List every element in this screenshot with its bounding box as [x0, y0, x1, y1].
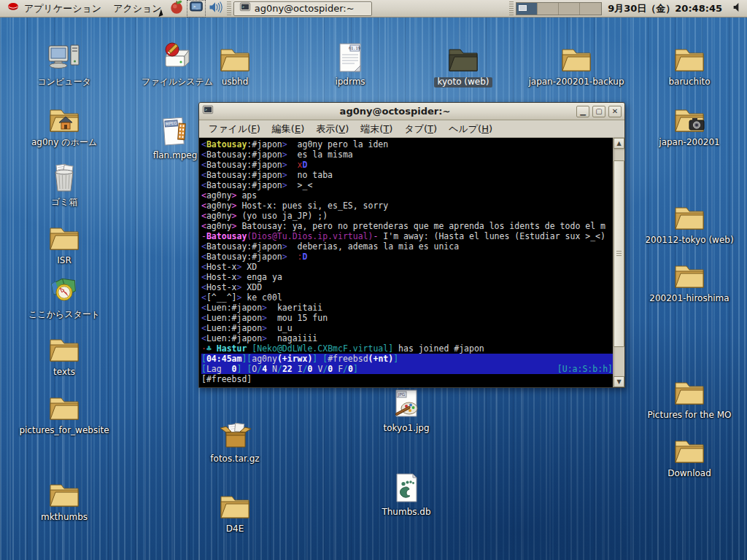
menu-編集[interactable]: 編集(E): [267, 121, 309, 137]
terminal-launcher[interactable]: >_: [187, 1, 205, 17]
chat-line: <ag0ny> (yo uso ja_JP) ;): [201, 211, 613, 221]
desktop-icon-d4e[interactable]: D4E: [187, 487, 282, 534]
volume-launcher[interactable]: [206, 1, 224, 17]
folder-icon: [47, 389, 82, 424]
panel-handle[interactable]: [227, 1, 231, 16]
volume-icon: [208, 0, 222, 17]
chat-line: <Batousay:#japon> xD: [201, 160, 613, 170]
folder-icon: [217, 487, 252, 522]
apple-launcher[interactable]: [169, 1, 186, 17]
apple-icon: [169, 0, 185, 18]
window-list-button[interactable]: > ag0ny@octospider:~: [233, 1, 372, 16]
svg-text:>_: >_: [193, 4, 199, 9]
folder-icon: [47, 330, 82, 365]
minimize-button[interactable]: ▁: [576, 106, 589, 117]
terminal-content[interactable]: <Batousay:#japon> ag0ny pero la iden<Bat…: [199, 138, 613, 387]
desktop-icon--[interactable]: コンピュータ: [17, 40, 112, 88]
desktop-icon-200201-hiroshima[interactable]: 200201-hiroshima: [642, 257, 737, 304]
top-panel: アプリケーション アクション >_ > ag0ny@octospider:~ 9…: [0, 0, 747, 18]
desktop-icon-ipdrms[interactable]: 61.19ipdrms: [303, 40, 398, 88]
scroll-up-icon[interactable]: ▲: [614, 138, 624, 149]
terminal-window: > ag0ny@octospider:~ ▁ ▢ ✕ ファイル(F)編集(E)表…: [198, 102, 625, 388]
input-line[interactable]: [#freebsd]: [201, 374, 613, 384]
workspace-3[interactable]: [559, 3, 580, 15]
icon-label: ISR: [57, 256, 71, 266]
chat-line: <Batousay:#japon> :D: [201, 252, 613, 262]
icon-label: flan.mpeg: [153, 151, 198, 161]
applications-menu[interactable]: アプリケーション: [0, 0, 107, 17]
db-icon: [389, 470, 424, 505]
desktop-icon-thumbs-db[interactable]: Thumbs.db: [359, 470, 454, 518]
icon-label: D4E: [226, 524, 244, 534]
workspace-1[interactable]: [516, 3, 538, 15]
menu-端末[interactable]: 端末(T): [355, 121, 398, 137]
desktop-icon-isr[interactable]: ISR: [17, 219, 112, 266]
desktop-icon-ag0ny-[interactable]: ag0ny のホーム: [17, 101, 112, 148]
desktop-icon-texts[interactable]: texts: [17, 330, 112, 378]
menu-表示[interactable]: 表示(V): [311, 121, 354, 137]
folder-icon: [672, 432, 707, 467]
chat-line: <Host-x> enga ya: [201, 272, 613, 282]
desktop-icon-pictures-for-the-mo[interactable]: Pictures for the MO: [642, 373, 737, 421]
desktop-icon-kyoto-web-[interactable]: kyoto (web): [416, 40, 511, 88]
folder-icon: [672, 198, 707, 233]
maximize-button[interactable]: ▢: [592, 106, 605, 117]
icon-label: コンピュータ: [37, 77, 90, 88]
trash-icon: [47, 160, 82, 195]
folder-icon: [559, 40, 594, 75]
icon-label: pictures_for_website: [19, 426, 109, 436]
desktop-icon-200112-tokyo-web-[interactable]: 200112-tokyo (web): [642, 198, 737, 246]
chat-line: -Batousay(Dios@Tu.Dios.ip.virtual)- I'm …: [201, 231, 613, 241]
menu-ファイル[interactable]: ファイル(F): [204, 121, 266, 137]
window-titlebar[interactable]: > ag0ny@octospider:~ ▁ ▢ ✕: [199, 103, 624, 120]
desktop-icon-pictures_for_website[interactable]: pictures_for_website: [17, 389, 112, 436]
svg-text:JPG: JPG: [398, 392, 405, 397]
terminal-scrollbar[interactable]: ▲ ▼: [613, 138, 624, 387]
svg-text:>: >: [205, 108, 207, 112]
window-list-label: ag0ny@octospider:~: [255, 3, 355, 14]
desktop-icon-japan-200201-backup[interactable]: japan-200201-backup: [529, 40, 624, 88]
menu-タブ[interactable]: タブ(T): [399, 121, 442, 137]
folder-icon: [47, 475, 82, 510]
desktop-icon--[interactable]: ここからスタート: [17, 273, 112, 320]
folder-icon: [672, 40, 707, 75]
desktop-icon-download[interactable]: Download: [642, 432, 737, 479]
workspace-2[interactable]: [538, 3, 559, 15]
desktop-icon-tokyo1-jpg[interactable]: JPGtokyo1.jpg: [359, 386, 454, 434]
scroll-down-icon[interactable]: ▼: [614, 376, 624, 387]
icon-label: fotos.tar.gz: [210, 454, 259, 464]
terminal-launcher-icon: >_: [189, 0, 204, 17]
workspace-4[interactable]: [580, 3, 601, 15]
desktop-icon-mkthumbs[interactable]: mkthumbs: [17, 475, 112, 523]
menu-ヘルプ[interactable]: ヘルプ(H): [444, 121, 498, 137]
chat-line: <[^__^]> ke c00l: [201, 292, 613, 303]
icon-label: ここからスタート: [28, 310, 100, 320]
close-button[interactable]: ✕: [608, 106, 622, 117]
scrollbar-track[interactable]: [614, 149, 624, 376]
desktop-icon-baruchito[interactable]: baruchito: [642, 40, 737, 88]
mpeg-icon: MPEG: [158, 114, 193, 149]
icon-label: tokyo1.jpg: [383, 424, 429, 434]
desktop-icon-fotos-tar-gz[interactable]: fotos.tar.gz: [187, 417, 282, 464]
icon-label: japan-200201: [659, 138, 719, 148]
archive-icon: [217, 417, 252, 452]
folder-camera-icon: [672, 101, 707, 136]
desktop-icon-japan-200201[interactable]: japan-200201: [642, 101, 737, 148]
terminal-mini-icon: >: [239, 1, 251, 15]
scrollbar-thumb[interactable]: [614, 160, 624, 347]
actions-menu-label: アクション: [113, 2, 162, 15]
folder-home-icon: [47, 101, 82, 136]
panel-handle-right[interactable]: [509, 1, 514, 16]
desktop-icon-usbhd[interactable]: usbhd: [187, 40, 282, 88]
icon-label: kyoto (web): [434, 77, 492, 88]
chat-line: <Luen:#japon> mou 15 fun: [201, 313, 613, 323]
chat-line: ·♣ Hastur [Neko@DdLWle.CXBmcF.virtual] h…: [201, 343, 613, 354]
volume-tray[interactable]: [729, 1, 746, 17]
icon-label: 200201-hiroshima: [649, 294, 729, 304]
desktop-icon--[interactable]: ゴミ箱: [17, 160, 112, 208]
workspace-switcher[interactable]: [516, 2, 602, 15]
svg-text:>: >: [242, 5, 244, 9]
chat-line: <Batousay:#japon> ag0ny pero la iden: [201, 139, 613, 149]
clock-applet[interactable]: 9月30日（金）20:48:45: [602, 2, 728, 15]
chat-line: <Batousay:#japon> no taba: [201, 170, 613, 180]
